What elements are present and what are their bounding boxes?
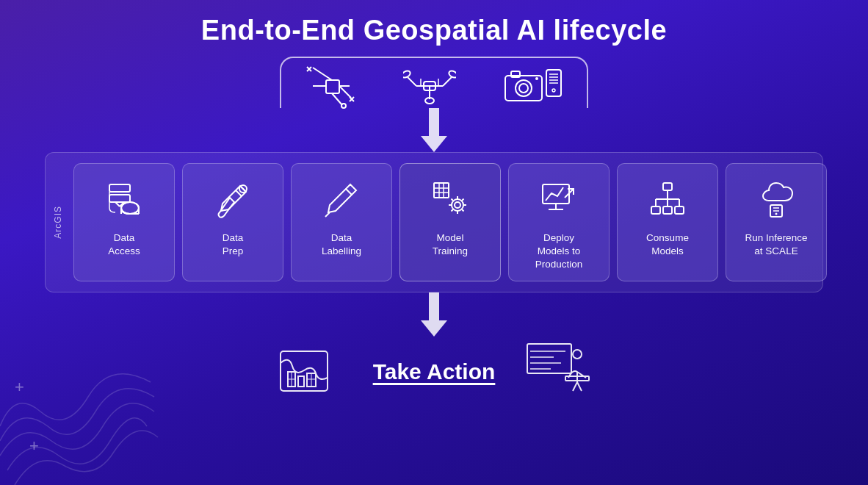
svg-line-54 xyxy=(452,199,454,201)
data-sources-bracket xyxy=(280,57,588,108)
svg-point-8 xyxy=(341,104,346,108)
plus-icon-2: + xyxy=(29,436,39,456)
svg-rect-43 xyxy=(434,183,449,198)
svg-point-49 xyxy=(455,202,460,208)
svg-point-31 xyxy=(552,89,555,92)
svg-point-88 xyxy=(573,350,582,359)
svg-point-22 xyxy=(516,80,532,96)
plus-icon-1: + xyxy=(15,378,24,397)
top-arrow xyxy=(421,108,447,152)
svg-line-4 xyxy=(339,86,351,98)
svg-rect-62 xyxy=(663,183,672,190)
svg-rect-0 xyxy=(326,80,339,93)
page-title: End-to-End Geospatial AI lifecycle xyxy=(201,15,667,46)
svg-line-90 xyxy=(573,382,577,391)
data-labelling-icon xyxy=(319,177,364,221)
camera-mobile-source xyxy=(504,64,563,109)
page-container: + + End-to-End Geospatial AI lifecycle xyxy=(0,0,868,485)
svg-line-56 xyxy=(452,209,454,212)
data-sources-row xyxy=(280,57,588,108)
card-data-access-label: DataAccess xyxy=(108,231,140,258)
arcgis-label: ArcGIS xyxy=(53,206,63,239)
take-action-label: Take Action xyxy=(373,359,496,384)
model-training-icon xyxy=(428,177,472,221)
card-consume-models: ConsumeModels xyxy=(617,163,718,281)
card-run-inference: Run Inferenceat SCALE xyxy=(726,163,827,281)
card-deploy-models: DeployModels toProduction xyxy=(508,163,610,281)
data-prep-icon xyxy=(211,177,255,221)
svg-point-74 xyxy=(775,213,778,215)
svg-rect-77 xyxy=(298,376,304,387)
satellite-icon xyxy=(305,64,355,109)
svg-line-1 xyxy=(313,68,332,80)
svg-rect-64 xyxy=(663,206,672,214)
card-deploy-models-label: DeployModels toProduction xyxy=(535,231,583,272)
svg-line-91 xyxy=(577,382,582,391)
svg-line-7 xyxy=(332,93,342,105)
svg-rect-33 xyxy=(109,195,130,202)
svg-point-17 xyxy=(448,70,456,79)
svg-line-57 xyxy=(462,199,464,201)
card-data-prep: DataPrep xyxy=(182,163,283,281)
arcgis-container: ArcGIS xyxy=(45,152,823,292)
card-model-training: ModelTraining xyxy=(399,163,501,281)
card-run-inference-label: Run Inferenceat SCALE xyxy=(745,231,808,258)
bg-topography xyxy=(0,323,162,485)
card-consume-models-label: ConsumeModels xyxy=(646,231,689,258)
take-action-section: Take Action xyxy=(278,341,591,403)
drone-icon xyxy=(403,64,456,109)
drone-source xyxy=(403,64,456,109)
svg-rect-63 xyxy=(651,206,660,214)
svg-point-15 xyxy=(403,70,411,79)
svg-point-25 xyxy=(535,77,538,80)
svg-rect-65 xyxy=(675,206,684,214)
svg-point-23 xyxy=(519,84,528,93)
consume-models-icon xyxy=(645,177,690,221)
card-data-labelling: DataLabelling xyxy=(291,163,392,281)
camera-mobile-icon xyxy=(504,64,563,109)
svg-line-16 xyxy=(443,77,452,86)
card-data-labelling-label: DataLabelling xyxy=(322,231,361,258)
svg-line-40 xyxy=(240,186,246,192)
run-inference-icon xyxy=(754,177,798,221)
deploy-models-icon xyxy=(537,177,581,221)
lifecycle-cards-row: DataAccess DataPrep xyxy=(73,163,827,281)
svg-rect-58 xyxy=(543,184,569,204)
card-model-training-label: ModelTraining xyxy=(433,231,468,258)
svg-line-55 xyxy=(462,209,464,212)
card-data-access: DataAccess xyxy=(73,163,175,281)
svg-point-48 xyxy=(452,199,463,211)
data-access-icon xyxy=(102,177,146,221)
svg-rect-32 xyxy=(109,184,130,192)
satellite-source xyxy=(305,64,355,109)
svg-line-14 xyxy=(408,77,416,86)
card-data-prep-label: DataPrep xyxy=(223,231,244,258)
bottom-arrow xyxy=(421,292,447,337)
city-map-icon xyxy=(278,341,344,403)
presenter-icon xyxy=(524,341,590,403)
